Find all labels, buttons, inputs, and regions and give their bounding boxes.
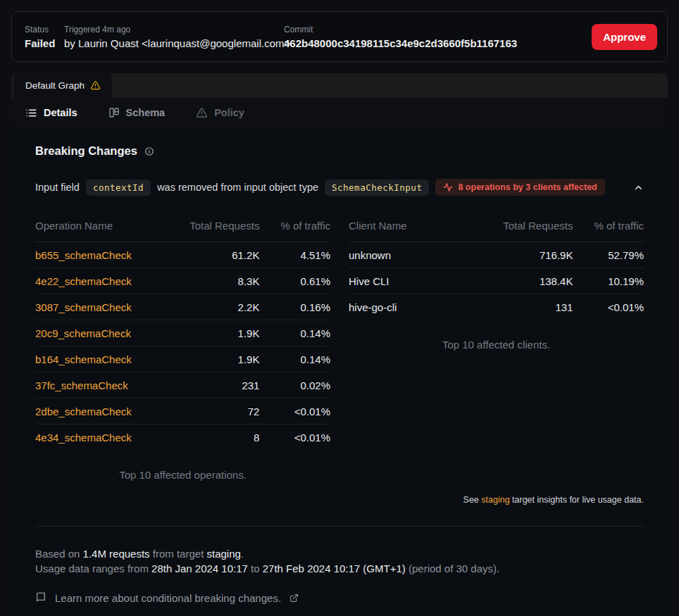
approve-button[interactable]: Approve [592,24,657,50]
tab-default-graph[interactable]: Default Graph [14,73,112,98]
field-code-chip: contextId [86,180,151,196]
operation-link[interactable]: 2dbe_schemaCheck [35,406,132,417]
col-total-requests: Total Requests [485,215,573,242]
traffic-cell: 10.19% [573,268,644,294]
col-pct-traffic: % of traffic [573,215,644,242]
graph-tab-label: Default Graph [25,80,85,91]
commit-column: Commit 462b48000c34198115c34e9c2d3660f5b… [284,25,592,49]
client-name-cell: hive-go-cli [349,294,485,320]
tab-schema[interactable]: Schema [108,107,166,118]
warning-icon [90,80,101,91]
footer-text: Based on [35,548,83,560]
table-row: 20c9_schemaCheck1.9K0.14% [35,320,330,346]
check-content: Breaking Changes Input field contextId w… [11,127,668,615]
traffic-cell: <0.01% [259,425,330,451]
operation-link[interactable]: b164_schemaCheck [35,353,132,365]
check-toolbar: Details Schema Policy [11,98,668,127]
footer-text: from target [150,548,207,560]
footer-text: . [241,548,244,560]
col-pct-traffic: % of traffic [259,215,330,242]
graph-tabstrip: Default Graph [11,73,668,98]
traffic-cell: <0.01% [259,398,330,425]
table-row: 4e34_schemaCheck8<0.01% [35,425,330,451]
client-name-cell: unknown [349,242,485,268]
table-row: unknown716.9K52.79% [349,242,644,268]
info-icon[interactable] [144,146,154,156]
traffic-cell: 0.61% [259,268,330,294]
learn-more-link[interactable]: Learn more about conditional breaking ch… [35,591,644,605]
requests-cell: 231 [171,372,260,398]
usage-tables: Operation Name Total Requests % of traff… [24,215,655,481]
check-card: Default Graph Details Schema [11,73,668,615]
triggered-label: Triggered 4m ago [64,25,284,34]
col-total-requests: Total Requests [171,215,260,242]
requests-cell: 131 [485,294,573,320]
traffic-cell: 52.79% [573,242,644,268]
table-row: 4e22_schemaCheck8.3K0.61% [35,268,330,294]
status-card: Status Failed Triggered 4m ago by Laurin… [11,11,668,62]
operation-link[interactable]: 20c9_schemaCheck [35,327,131,339]
tab-policy[interactable]: Policy [196,107,244,119]
operation-link[interactable]: 4e34_schemaCheck [35,432,132,444]
traffic-cell: 0.14% [259,320,330,346]
requests-cell: 1.9K [171,320,260,346]
breaking-change-row[interactable]: Input field contextId was removed from i… [24,179,655,196]
operations-header-row: Operation Name Total Requests % of traff… [35,215,330,242]
footer-based-on: Based on 1.4M requests from target stagi… [35,546,644,561]
table-row: 3087_schemaCheck2.2K0.16% [35,294,330,320]
table-row: b655_schemaCheck61.2K4.51% [35,242,330,268]
requests-cell: 8 [171,425,260,451]
operation-link[interactable]: b655_schemaCheck [35,249,132,261]
client-name-cell: Hive CLI [349,268,485,294]
table-row: 37fc_schemaCheck2310.02% [35,372,330,398]
footer-date-from: 28th Jan 2024 10:17 [151,562,248,574]
impact-badge-label: 8 operations by 3 clients affected [458,182,597,192]
operation-link[interactable]: 4e22_schemaCheck [35,275,132,287]
footer-requests-count: 1.4M requests [83,548,150,560]
learn-more-label: Learn more about conditional breaking ch… [55,591,281,605]
page: Status Failed Triggered 4m ago by Laurin… [0,0,679,616]
table-row: 2dbe_schemaCheck72<0.01% [35,398,330,425]
traffic-cell: 0.02% [259,372,330,398]
col-client-name: Client Name [349,215,485,242]
footer-date-range: Usage data ranges from 28th Jan 2024 10:… [35,561,644,576]
type-code-chip: SchemaCheckInput [325,180,429,196]
policy-warning-icon [196,107,208,119]
requests-cell: 8.3K [171,268,260,294]
table-row: Hive CLI138.4K10.19% [349,268,644,294]
requests-cell: 1.9K [171,346,260,372]
col-operation-name: Operation Name [35,215,171,242]
tab-schema-label: Schema [126,107,166,118]
clients-table-wrap: Client Name Total Requests % of traffic … [349,215,644,351]
breaking-changes-heading: Breaking Changes [24,144,655,158]
book-icon [35,592,46,603]
footer-text: to [248,562,263,574]
operations-table-wrap: Operation Name Total Requests % of traff… [35,215,330,481]
commit-label: Commit [284,25,592,34]
details-list-icon [25,107,37,119]
operation-link[interactable]: 3087_schemaCheck [35,301,132,313]
insights-note: See staging target insights for live usa… [24,495,655,505]
operations-caption: Top 10 affected operations. [35,469,330,481]
traffic-cell: 0.14% [259,346,330,372]
footer-text: (period of 30 days). [406,562,499,574]
status-value: Failed [25,37,64,49]
staging-insights-link[interactable]: staging [481,495,509,505]
clients-caption: Top 10 affected clients. [349,339,644,351]
requests-cell: 61.2K [171,242,260,268]
breaking-changes-title: Breaking Changes [35,144,137,158]
table-row: b164_schemaCheck1.9K0.14% [35,346,330,372]
tab-details[interactable]: Details [25,107,77,119]
impact-badge: 8 operations by 3 clients affected [435,179,604,196]
chevron-up-icon[interactable] [633,182,644,193]
requests-cell: 138.4K [485,268,573,294]
operations-table: Operation Name Total Requests % of traff… [35,215,330,451]
insights-prefix: See [463,495,482,505]
tab-policy-label: Policy [214,107,244,118]
tab-details-label: Details [44,107,77,118]
insights-suffix: target insights for live usage data. [510,495,644,505]
triggered-column: Triggered 4m ago by Laurin Quast <laurin… [64,25,284,49]
requests-cell: 72 [171,398,260,425]
traffic-cell: <0.01% [573,294,644,320]
operation-link[interactable]: 37fc_schemaCheck [35,379,128,391]
